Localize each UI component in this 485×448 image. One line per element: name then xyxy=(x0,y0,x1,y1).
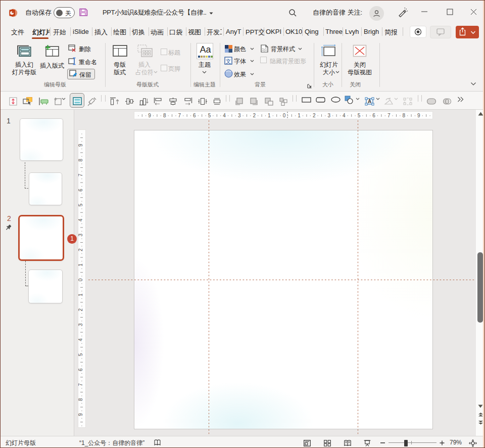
svg-text:1: 1 xyxy=(268,113,271,118)
svg-text:2: 2 xyxy=(78,248,83,251)
svg-text:2: 2 xyxy=(313,113,316,118)
svg-text:7: 7 xyxy=(78,173,83,176)
svg-text:9: 9 xyxy=(148,113,151,118)
svg-text:4: 4 xyxy=(343,113,346,118)
svg-text:7: 7 xyxy=(78,383,83,386)
svg-text:8: 8 xyxy=(78,398,83,401)
svg-text:5: 5 xyxy=(358,113,361,118)
svg-text:7: 7 xyxy=(387,113,391,118)
svg-text:2: 2 xyxy=(78,308,83,311)
svg-text:6: 6 xyxy=(78,189,83,192)
svg-text:8: 8 xyxy=(163,113,166,118)
svg-text:4: 4 xyxy=(78,218,83,221)
svg-text:8: 8 xyxy=(403,113,406,118)
svg-text:2: 2 xyxy=(253,113,256,118)
svg-text:A: A xyxy=(368,99,371,104)
svg-text:4: 4 xyxy=(223,113,226,118)
svg-text:6: 6 xyxy=(78,368,83,371)
svg-text:0: 0 xyxy=(78,278,83,281)
svg-text:1: 1 xyxy=(298,113,301,118)
svg-text:3: 3 xyxy=(78,233,83,236)
svg-text:4: 4 xyxy=(78,338,83,341)
svg-text:6: 6 xyxy=(372,113,375,118)
svg-text:9: 9 xyxy=(78,413,83,416)
svg-text:3: 3 xyxy=(238,113,241,118)
svg-text:3: 3 xyxy=(78,323,83,326)
svg-text:文: 文 xyxy=(226,58,231,64)
svg-text:6: 6 xyxy=(193,113,196,118)
svg-text:1: 1 xyxy=(78,293,83,296)
svg-text:1: 1 xyxy=(78,263,83,266)
svg-text:9: 9 xyxy=(417,113,420,118)
svg-text:5: 5 xyxy=(208,113,211,118)
svg-text:7: 7 xyxy=(178,113,181,118)
svg-text:3: 3 xyxy=(328,113,331,118)
svg-text:0: 0 xyxy=(283,113,286,118)
svg-text:8: 8 xyxy=(78,158,83,161)
svg-text:5: 5 xyxy=(78,353,83,356)
svg-text:9: 9 xyxy=(78,144,83,147)
svg-text:5: 5 xyxy=(78,203,83,206)
